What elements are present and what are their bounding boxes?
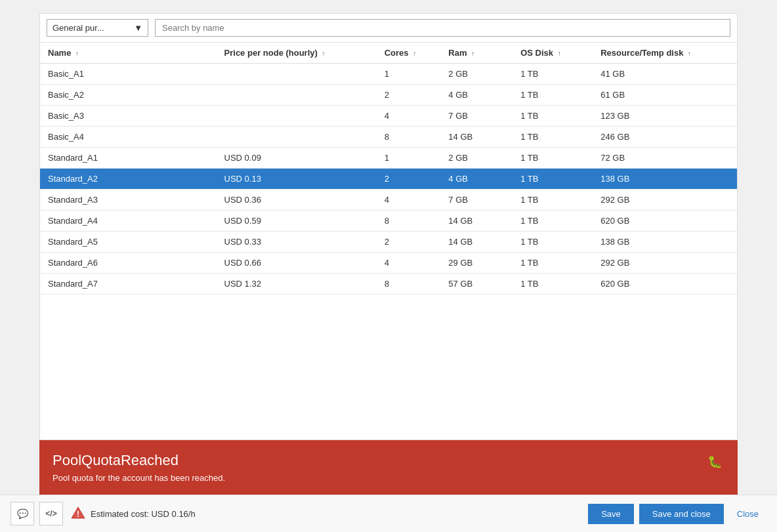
chat-icon: 💬: [17, 508, 28, 519]
cell-cores: 2: [377, 232, 441, 253]
table-row[interactable]: Basic_A4814 GB1 TB246 GB: [40, 127, 737, 148]
cell-osdisk: 1 TB: [513, 253, 593, 274]
save-and-close-button[interactable]: Save and close: [639, 504, 724, 524]
chat-button[interactable]: 💬: [10, 502, 34, 525]
chevron-down-icon: ▼: [134, 23, 142, 33]
cell-cores: 4: [377, 106, 441, 127]
warning-section: ! Estimated cost: USD 0.16/h: [71, 506, 196, 522]
table-row[interactable]: Standard_A5USD 0.33214 GB1 TB138 GB: [40, 232, 737, 253]
cell-osdisk: 1 TB: [513, 232, 593, 253]
table-row[interactable]: Standard_A2USD 0.1324 GB1 TB138 GB: [40, 169, 737, 190]
table-row[interactable]: Standard_A1USD 0.0912 GB1 TB72 GB: [40, 148, 737, 169]
cell-osdisk: 1 TB: [513, 190, 593, 211]
cell-ram: 2 GB: [440, 64, 513, 85]
col-header-osdisk[interactable]: OS Disk ↑: [513, 43, 593, 64]
cell-ram: 7 GB: [440, 190, 513, 211]
table-row[interactable]: Basic_A112 GB1 TB41 GB: [40, 64, 737, 85]
table-row[interactable]: Standard_A3USD 0.3647 GB1 TB292 GB: [40, 190, 737, 211]
cell-price: USD 0.66: [217, 253, 377, 274]
cell-name: Standard_A6: [40, 253, 217, 274]
filter-label: General pur...: [52, 23, 104, 33]
cell-price: USD 0.59: [217, 211, 377, 232]
table-row[interactable]: Basic_A224 GB1 TB61 GB: [40, 85, 737, 106]
col-header-resource[interactable]: Resource/Temp disk ↑: [593, 43, 737, 64]
cell-name: Standard_A5: [40, 232, 217, 253]
cell-cores: 4: [377, 253, 441, 274]
table-row[interactable]: Standard_A6USD 0.66429 GB1 TB292 GB: [40, 253, 737, 274]
cell-ram: 2 GB: [440, 148, 513, 169]
toolbar: General pur... ▼: [40, 14, 737, 43]
cell-ram: 14 GB: [440, 127, 513, 148]
cell-osdisk: 1 TB: [513, 64, 593, 85]
cell-price: [217, 127, 377, 148]
search-input[interactable]: [155, 19, 730, 37]
cell-price: USD 0.36: [217, 190, 377, 211]
sort-icon-osdisk: ↑: [558, 50, 561, 57]
cell-osdisk: 1 TB: [513, 106, 593, 127]
close-button[interactable]: Close: [729, 504, 766, 524]
col-header-price[interactable]: Price per node (hourly) ↑: [217, 43, 377, 64]
cell-ram: 29 GB: [440, 253, 513, 274]
table-row[interactable]: Basic_A347 GB1 TB123 GB: [40, 106, 737, 127]
cell-name: Standard_A2: [40, 169, 217, 190]
cell-price: [217, 85, 377, 106]
col-header-ram[interactable]: Ram ↑: [440, 43, 513, 64]
sort-icon-name: ↑: [75, 50, 79, 57]
save-button[interactable]: Save: [588, 504, 634, 524]
cell-name: Basic_A1: [40, 64, 217, 85]
table-header-row: Name ↑ Price per node (hourly) ↑ Cores ↑…: [40, 43, 737, 64]
cell-osdisk: 1 TB: [513, 169, 593, 190]
cell-cores: 8: [377, 127, 441, 148]
cell-resource: 41 GB: [593, 64, 737, 85]
error-title: PoolQuotaReached: [52, 452, 225, 469]
cell-name: Basic_A4: [40, 127, 217, 148]
cell-ram: 57 GB: [440, 274, 513, 295]
sort-icon-ram: ↑: [471, 50, 474, 57]
cell-cores: 8: [377, 274, 441, 295]
cell-cores: 1: [377, 148, 441, 169]
filter-dropdown[interactable]: General pur... ▼: [47, 19, 148, 37]
vm-size-table: Name ↑ Price per node (hourly) ↑ Cores ↑…: [40, 43, 737, 295]
cell-osdisk: 1 TB: [513, 211, 593, 232]
cell-resource: 292 GB: [593, 190, 737, 211]
table-body: Basic_A112 GB1 TB41 GBBasic_A224 GB1 TB6…: [40, 64, 737, 295]
sort-icon-price: ↑: [322, 50, 325, 57]
cell-osdisk: 1 TB: [513, 274, 593, 295]
cell-cores: 2: [377, 85, 441, 106]
col-header-cores[interactable]: Cores ↑: [377, 43, 441, 64]
footer-actions: Save Save and close Close: [588, 504, 766, 524]
cell-name: Standard_A1: [40, 148, 217, 169]
cell-price: USD 0.09: [217, 148, 377, 169]
sort-icon-resource: ↑: [688, 50, 691, 57]
warning-triangle-icon: !: [71, 506, 85, 522]
cost-label: Estimated cost: USD 0.16/h: [91, 509, 196, 519]
error-banner: PoolQuotaReached Pool quota for the acco…: [39, 440, 738, 495]
cell-ram: 7 GB: [440, 106, 513, 127]
cell-resource: 138 GB: [593, 169, 737, 190]
cell-osdisk: 1 TB: [513, 148, 593, 169]
cell-name: Standard_A4: [40, 211, 217, 232]
table-row[interactable]: Standard_A7USD 1.32857 GB1 TB620 GB: [40, 274, 737, 295]
cell-resource: 138 GB: [593, 232, 737, 253]
table-row[interactable]: Standard_A4USD 0.59814 GB1 TB620 GB: [40, 211, 737, 232]
cell-cores: 2: [377, 169, 441, 190]
error-message: Pool quota for the account has been reac…: [52, 473, 225, 483]
cell-ram: 14 GB: [440, 211, 513, 232]
error-bug-button[interactable]: 🐛: [705, 452, 724, 472]
cell-cores: 1: [377, 64, 441, 85]
code-button[interactable]: </>: [39, 502, 63, 525]
main-panel: General pur... ▼ Name ↑ Price per node (…: [39, 13, 738, 440]
cell-resource: 620 GB: [593, 211, 737, 232]
code-icon: </>: [45, 509, 56, 518]
cell-resource: 123 GB: [593, 106, 737, 127]
cell-price: [217, 64, 377, 85]
sort-icon-cores: ↑: [413, 50, 416, 57]
cell-price: USD 0.33: [217, 232, 377, 253]
col-header-name[interactable]: Name ↑: [40, 43, 217, 64]
cell-cores: 4: [377, 190, 441, 211]
cell-osdisk: 1 TB: [513, 85, 593, 106]
cell-resource: 61 GB: [593, 85, 737, 106]
cell-name: Basic_A3: [40, 106, 217, 127]
cell-ram: 14 GB: [440, 232, 513, 253]
warning-icon-svg: !: [71, 506, 85, 519]
